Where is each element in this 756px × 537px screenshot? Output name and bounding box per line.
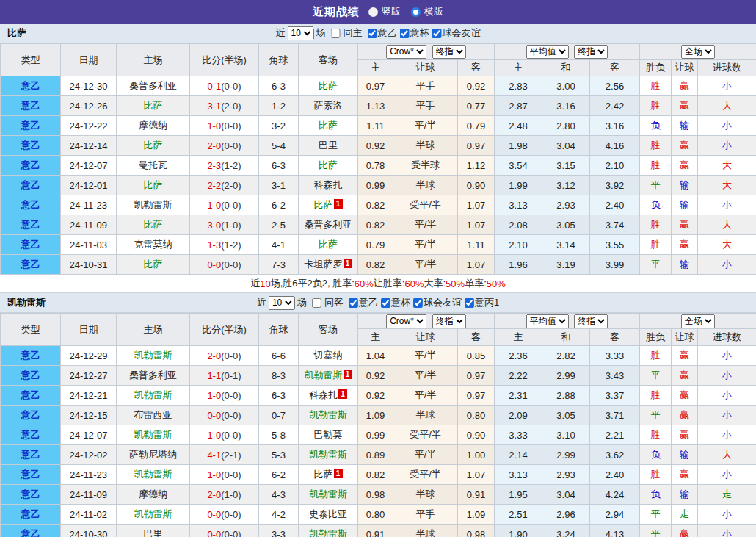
league-type-cell: 意乙 (1, 366, 61, 386)
same-venue-checkbox[interactable] (331, 29, 341, 38)
avg-away-cell: 3.33 (590, 346, 640, 366)
date-cell: 24-12-21 (61, 386, 117, 406)
league-checkbox[interactable] (432, 29, 442, 38)
result-outcome-cell: 负 (640, 445, 672, 465)
result-handicap-cell: 赢 (672, 96, 698, 116)
col-header-away: 客场 (299, 314, 358, 346)
col-header-type: 类型 (1, 44, 61, 76)
average-select[interactable]: 平均值 (526, 45, 569, 59)
full-score: 1-0 (207, 430, 221, 441)
league-checkbox[interactable] (465, 298, 474, 308)
scope-select[interactable]: 全场 (681, 45, 715, 59)
result-outcome-cell: 胜 (640, 386, 672, 406)
team-cell: 比萨 (299, 235, 358, 255)
team-name: 比萨 (144, 259, 163, 270)
team-name: 比萨 (319, 159, 338, 170)
bookmaker-select[interactable]: Crow* (386, 314, 426, 328)
date-cell: 24-12-26 (61, 96, 117, 116)
score-cell: 1-1(0-1) (190, 366, 259, 386)
bookmaker-select[interactable]: Crow* (386, 45, 426, 59)
avg-away-cell: 4.13 (590, 525, 640, 537)
table-row: 意乙24-12-21凯勒雷斯1-0(0-0)6-3科森扎10.92平/半0.97… (1, 386, 756, 406)
team-cell: 桑普多利亚 (117, 366, 190, 386)
result-outcome-cell: 平 (640, 176, 672, 195)
team-name: 史泰比亚 (309, 508, 347, 519)
match-count-select[interactable]: 10 (288, 26, 314, 40)
odds-time-select[interactable]: 终指 (432, 45, 466, 59)
result-handicap-cell: 赢 (672, 525, 698, 537)
result-handicap-cell: 输 (672, 195, 698, 215)
average-time-select[interactable]: 终指 (574, 45, 608, 59)
match-count-select[interactable]: 10 (269, 296, 295, 310)
team-cell: 卡坦萨罗1 (299, 255, 358, 275)
half-score: (0-0) (221, 529, 241, 537)
date-cell: 24-11-03 (61, 235, 117, 255)
table-row: 意乙24-11-03克雷莫纳1-3(1-2)4-1比萨0.79平/半1.112.… (1, 235, 756, 255)
handicap-line-cell: 平手 (393, 96, 458, 116)
league-checkbox[interactable] (400, 29, 410, 38)
result-handicap-cell: 输 (672, 116, 698, 136)
average-select[interactable]: 平均值 (526, 314, 569, 328)
handicap-line-cell: 半球 (393, 485, 458, 505)
team-name: 凯勒雷斯 (134, 508, 172, 519)
corner-cell: 6-2 (259, 465, 299, 485)
col-header-away: 客场 (299, 44, 358, 76)
full-score: 0-0 (207, 259, 221, 270)
league-checkbox[interactable] (413, 298, 423, 308)
date-cell: 24-10-30 (61, 525, 117, 537)
team-cell: 巴里 (299, 136, 358, 156)
result-outcome-cell: 平 (640, 406, 672, 425)
scope-select[interactable]: 全场 (681, 314, 715, 328)
odds-away-cell: 1.07 (458, 215, 495, 235)
summary-row-1: 近10场,胜6平2负2, 胜率:60% 让胜率:60% 大率:50% 单率:50… (0, 275, 756, 293)
table-row: 意乙24-12-26比萨3-1(2-0)1-2萨索洛1.13平手0.772.87… (1, 96, 756, 116)
average-time-select[interactable]: 终指 (574, 314, 608, 328)
league-checkbox[interactable] (349, 298, 358, 308)
radio-horizontal-layout[interactable]: 横版 (411, 5, 443, 18)
league-type-cell: 意乙 (1, 176, 61, 195)
radio-horizontal-label: 横版 (424, 5, 443, 18)
team-cell: 巴勒莫 (299, 425, 358, 445)
sub-header-handicap-result: 让球 (672, 60, 698, 76)
col-header-type: 类型 (1, 314, 61, 346)
odds-time-select[interactable]: 终指 (432, 314, 466, 328)
league-checkbox[interactable] (368, 29, 377, 38)
team-name: 比萨 (144, 100, 163, 111)
result-outcome-cell: 胜 (640, 235, 672, 255)
score-cell: 0-1(0-0) (190, 76, 259, 96)
table-row: 意乙24-12-01比萨2-2(2-0)3-1科森扎0.99半球0.901.99… (1, 176, 756, 195)
corner-cell: 0-7 (259, 406, 299, 425)
result-goals-cell: 小 (698, 76, 756, 96)
result-handicap-cell: 赢 (672, 425, 698, 445)
corner-cell: 3-1 (259, 176, 299, 195)
odds-home-cell: 1.09 (358, 406, 393, 425)
table-row: 意乙24-12-14比萨2-0(0-0)5-4巴里0.92半球0.971.983… (1, 136, 756, 156)
league-type-cell: 意乙 (1, 215, 61, 235)
full-score: 2-0 (207, 140, 221, 151)
col-header-score: 比分(半场) (190, 314, 259, 346)
half-score: (0-1) (221, 370, 241, 381)
radio-vertical-layout[interactable]: 竖版 (368, 5, 401, 18)
half-score: (0-0) (221, 81, 241, 92)
league-checkbox[interactable] (381, 298, 390, 308)
team-cell: 比萨 (117, 215, 190, 235)
odds-away-cell: 1.07 (458, 255, 495, 275)
half-score: (0-0) (221, 200, 241, 211)
summary-segment: 60% (355, 278, 374, 289)
team-cell: 巴里 (117, 525, 190, 537)
sub-header-goals: 进球数 (698, 60, 756, 76)
team-cell: 切塞纳 (299, 346, 358, 366)
same-venue-checkbox[interactable] (312, 298, 321, 308)
half-score: (2-1) (221, 450, 241, 461)
team-cell: 凯勒雷斯 (117, 195, 190, 215)
table-row: 意乙24-11-23凯勒雷斯1-0(0-0)6-2比萨10.82受平/半1.07… (1, 195, 756, 215)
sub-header-odds-home: 主 (358, 329, 393, 346)
team-name: 凯勒雷斯 (134, 350, 172, 361)
corner-cell: 3-2 (259, 116, 299, 136)
avg-home-cell: 2.08 (495, 215, 542, 235)
team-cell: 凯勒雷斯 (299, 485, 358, 505)
league-filter-group: 意乙意杯球会友谊意丙1 (346, 296, 499, 309)
result-scope-group: 全场 (640, 44, 756, 60)
team-cell: 比萨 (117, 255, 190, 275)
result-goals-cell: 小 (698, 386, 756, 406)
